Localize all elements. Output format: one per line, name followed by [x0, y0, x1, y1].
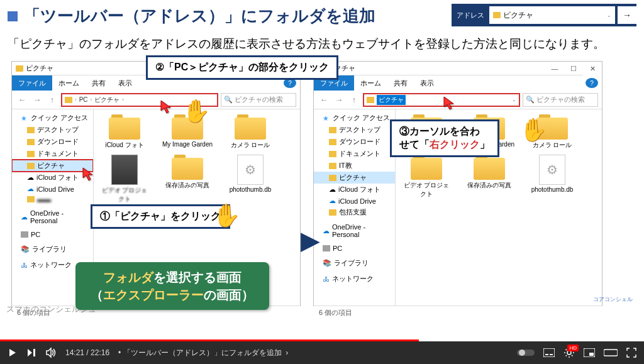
close-button[interactable]: ✕: [583, 62, 602, 75]
nav-blur[interactable]: ▬▬: [12, 194, 93, 204]
nav-network[interactable]: 🖧ネットワーク: [314, 273, 395, 285]
chevron-down-icon[interactable]: ⌄: [607, 13, 611, 18]
nav-downloads[interactable]: ダウンロード: [314, 136, 395, 148]
search-box[interactable]: 🔍 ピクチャの検索: [523, 93, 598, 107]
nav-library[interactable]: 📚ライブラリ: [12, 243, 93, 255]
nav-support[interactable]: 包括支援: [314, 206, 395, 218]
chevron-icon: ›: [91, 97, 92, 102]
nav-pictures[interactable]: ピクチャ: [314, 172, 395, 184]
callout-2: ②「PC＞ピクチャ」の部分をクリック: [146, 55, 338, 80]
big-arrow-icon: ▶: [301, 226, 320, 255]
item-video-proj[interactable]: ビデオ プロジェクト: [99, 155, 150, 204]
tab-view[interactable]: 表示: [414, 75, 440, 91]
cloud-icon: ☁: [21, 213, 28, 221]
item-photothumb[interactable]: photothumb.db: [225, 155, 276, 204]
nav-documents[interactable]: ドキュメント: [314, 148, 395, 160]
theater-button[interactable]: [604, 348, 618, 357]
tab-share[interactable]: 共有: [387, 75, 414, 91]
pc-icon: [323, 245, 330, 251]
item-icloud[interactable]: iCloud フォト: [99, 114, 150, 150]
play-button[interactable]: [8, 348, 18, 358]
nav-it[interactable]: IT教: [314, 160, 395, 172]
status-bar: 6 個の項目: [314, 306, 602, 319]
folder-icon: [329, 139, 336, 145]
search-box[interactable]: 🔍 ピクチャの検索: [221, 93, 296, 107]
folder-icon: [65, 97, 72, 103]
star-icon: ★: [21, 114, 28, 122]
icloud-icon: ☁: [27, 174, 34, 182]
address-input[interactable]: ピクチャ ⌄: [489, 6, 615, 24]
back-button[interactable]: ←: [16, 94, 28, 106]
up-button[interactable]: ↑: [46, 94, 58, 106]
window-title: ピクチャ: [26, 63, 53, 73]
minimize-button[interactable]: —: [545, 62, 564, 75]
chevron-down-icon[interactable]: ⌄: [512, 97, 516, 102]
folder-icon: [367, 97, 374, 103]
hand-icon: ✋: [519, 117, 548, 143]
search-icon: 🔍: [224, 96, 233, 104]
chevron-icon: ›: [122, 97, 124, 102]
help-button[interactable]: ?: [586, 78, 598, 88]
nav-documents[interactable]: ドキュメント: [12, 148, 93, 160]
fullscreen-button[interactable]: [626, 348, 636, 358]
address-value: ピクチャ: [503, 10, 533, 21]
back-button[interactable]: ←: [318, 94, 330, 106]
item-saved[interactable]: 保存済みの写真: [464, 155, 515, 199]
nav-pc[interactable]: PC: [12, 229, 93, 240]
folder-icon: [27, 196, 35, 202]
address-label: アドレス: [452, 11, 489, 20]
nav-library[interactable]: 📚ライブラリ: [314, 257, 395, 269]
volume-button[interactable]: [45, 347, 57, 358]
nav-icloud-drive[interactable]: ☁iCloud Drive: [314, 196, 395, 206]
folder-icon: [172, 155, 203, 180]
tab-home[interactable]: ホーム: [354, 75, 387, 91]
autoplay-toggle[interactable]: [517, 348, 535, 357]
captions-button[interactable]: [543, 348, 555, 357]
nav-icloud-photo[interactable]: ☁iCloud フォト: [12, 172, 93, 184]
address-box[interactable]: ピクチャ ⌄: [363, 93, 520, 107]
callout-3: ③カーソルを合わ せて「右クリック」: [390, 119, 499, 157]
folder-icon: [27, 151, 35, 157]
nav-quick-access[interactable]: ★クイック アクセス: [314, 112, 395, 124]
network-icon: 🖧: [21, 262, 28, 269]
folder-icon: [27, 139, 35, 145]
item-saved[interactable]: 保存済みの写真: [162, 155, 213, 204]
item-video-proj[interactable]: ビデオ プロジェクト: [401, 155, 452, 199]
nav-onedrive[interactable]: ☁OneDrive - Personal: [314, 222, 395, 240]
nav-downloads[interactable]: ダウンロード: [12, 136, 93, 148]
nav-desktop[interactable]: デスクトップ: [314, 124, 395, 136]
miniplayer-button[interactable]: [584, 348, 595, 357]
forward-button[interactable]: →: [31, 94, 43, 106]
callout-1: ①「ピクチャ」をクリック: [91, 204, 230, 229]
slide-title: 「ツールバー（アドレス）」にフォルダを追加: [24, 5, 375, 27]
forward-button[interactable]: →: [333, 94, 345, 106]
nav-pictures[interactable]: ピクチャ: [12, 160, 93, 172]
settings-button[interactable]: HD: [564, 347, 575, 358]
up-button[interactable]: ↑: [348, 94, 360, 106]
hand-icon: ✋: [213, 202, 241, 229]
nav-onedrive[interactable]: ☁OneDrive - Personal: [12, 208, 93, 226]
nav-icloud-drive[interactable]: ☁iCloud Drive: [12, 184, 93, 194]
tab-home[interactable]: ホーム: [52, 75, 86, 91]
svg-point-1: [519, 350, 525, 356]
folder-icon: [329, 209, 336, 216]
breadcrumb-pc[interactable]: PC: [79, 96, 88, 103]
nav-pc[interactable]: PC: [314, 243, 395, 253]
breadcrumb-pictures[interactable]: ピクチャ: [94, 96, 119, 104]
tab-view[interactable]: 表示: [112, 75, 138, 91]
nav-desktop[interactable]: デスクトップ: [12, 124, 93, 136]
folder-icon: [493, 12, 501, 18]
nav-quick-access[interactable]: ★クイック アクセス: [12, 112, 93, 124]
tab-file[interactable]: ファイル: [12, 75, 52, 91]
tab-share[interactable]: 共有: [86, 75, 112, 91]
address-row: ← → ↑ › PC › ピクチャ › 🔍 ピクチャの検索: [12, 91, 300, 109]
nav-icloud-photo[interactable]: ☁iCloud フォト: [314, 184, 395, 196]
maximize-button[interactable]: ☐: [564, 62, 583, 75]
address-row: ← → ↑ ピクチャ ⌄ 🔍 ピクチャの検索: [314, 91, 602, 109]
item-photothumb[interactable]: photothumb.db: [526, 155, 578, 199]
address-go-button[interactable]: →: [618, 6, 636, 24]
item-camera[interactable]: カメラ ロール: [225, 114, 276, 150]
next-button[interactable]: [26, 348, 36, 358]
cursor-icon: [82, 167, 97, 182]
video-chapter[interactable]: • 「ツールバー（アドレス）」にフォルダを追加 ›: [118, 348, 288, 358]
